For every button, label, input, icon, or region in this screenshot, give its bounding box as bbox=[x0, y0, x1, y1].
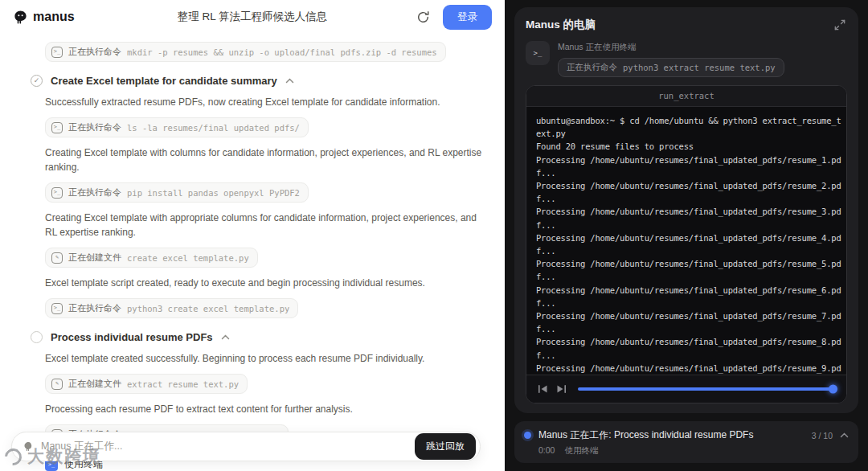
task-status-text: Manus 正在工作: Process individual resume PD… bbox=[538, 428, 805, 442]
terminal-icon: >_ bbox=[51, 303, 63, 314]
chip-label: 正在执行命令 bbox=[68, 302, 121, 314]
terminal-line: f... bbox=[536, 349, 840, 362]
step-title: Create Excel template for candidate summ… bbox=[51, 75, 277, 87]
terminal-line: ubuntu@sandbox:~ $ cd /home/ubuntu && py… bbox=[536, 114, 840, 127]
step-pending-icon bbox=[31, 331, 43, 343]
manus-icon bbox=[23, 440, 35, 453]
computer-status-text: Manus 正在使用终端 bbox=[558, 42, 784, 53]
task-substatus-row: 0:00 使用终端 bbox=[538, 445, 849, 457]
step-description: Excel template script created, ready to … bbox=[45, 276, 483, 290]
terminal-line: f... bbox=[536, 219, 840, 231]
step-header-create-excel[interactable]: ✓ Create Excel template for candidate su… bbox=[31, 75, 485, 87]
manus-logo[interactable]: manus bbox=[13, 10, 75, 25]
task-status-card[interactable]: Manus 正在工作: Process individual resume PD… bbox=[514, 421, 858, 463]
terminal-line: Processing /home/ubuntu/resumes/final_up… bbox=[536, 257, 840, 270]
chip-label: 正在执行命令 bbox=[68, 186, 121, 199]
terminal-window: run_extract ubuntu@sandbox:~ $ cd /home/… bbox=[526, 85, 847, 403]
step-description: Creating Excel template with columns for… bbox=[45, 145, 483, 174]
terminal-line: Processing /home/ubuntu/resumes/final_up… bbox=[536, 284, 840, 297]
terminal-title: run_extract bbox=[526, 86, 846, 107]
manus-logo-icon bbox=[13, 10, 28, 25]
terminal-output[interactable]: ubuntu@sandbox:~ $ cd /home/ubuntu && py… bbox=[526, 107, 846, 375]
header-actions: 登录 bbox=[415, 5, 492, 30]
computer-view-panel: Manus 的电脑 >_ Manus 正在使用终端 正在执行命令 python3… bbox=[505, 0, 868, 471]
manus-logo-text: manus bbox=[33, 10, 75, 24]
playback-slider[interactable] bbox=[578, 387, 837, 391]
command-chip[interactable]: >_ 正在执行命令 mkdir -p resumes && unzip -o u… bbox=[45, 42, 446, 62]
task-progress: 3 / 10 bbox=[812, 431, 833, 440]
terminal-line: ext.py bbox=[536, 127, 840, 140]
chip-label: 正在执行命令 bbox=[68, 46, 121, 58]
playback-slider-handle[interactable] bbox=[829, 385, 837, 394]
chip-label: 正在执行命令 bbox=[567, 62, 617, 73]
playback-controls bbox=[526, 375, 846, 403]
computer-status-row: >_ Manus 正在使用终端 正在执行命令 python3 extract_r… bbox=[526, 41, 847, 77]
terminal-line: Processing /home/ubuntu/resumes/final_up… bbox=[536, 231, 840, 244]
computer-title: Manus 的电脑 bbox=[526, 18, 596, 32]
app-window: manus 整理 RL 算法工程师候选人信息 登录 >_ 正在执行命令 mkdi… bbox=[0, 0, 868, 471]
file-chip[interactable]: ✎ 正在创建文件 create_excel_template.py bbox=[45, 248, 258, 268]
chip-command: ls -la resumes/final_updated_pdfs/ bbox=[127, 123, 300, 133]
manus-computer-card: Manus 的电脑 >_ Manus 正在使用终端 正在执行命令 python3… bbox=[514, 7, 858, 413]
terminal-line: f... bbox=[536, 322, 840, 335]
computer-status-texts: Manus 正在使用终端 正在执行命令 python3 extract_resu… bbox=[558, 41, 784, 77]
terminal-line: Processing /home/ubuntu/resumes/final_up… bbox=[536, 154, 840, 166]
terminal-line: f... bbox=[536, 166, 840, 179]
working-status-dot bbox=[524, 432, 531, 439]
terminal-line: f... bbox=[536, 270, 840, 283]
task-steps: >_ 正在执行命令 mkdir -p resumes && unzip -o u… bbox=[0, 34, 505, 471]
collapse-panel-icon[interactable] bbox=[833, 18, 847, 32]
terminal-line: f... bbox=[536, 192, 840, 205]
step-done-icon: ✓ bbox=[31, 75, 43, 87]
terminal-icon: >_ bbox=[51, 47, 63, 58]
chip-command: python3 extract_resume_text.py bbox=[623, 63, 776, 72]
chevron-up-icon[interactable] bbox=[840, 432, 849, 438]
step-description: Excel template created successfully. Beg… bbox=[45, 351, 483, 366]
skip-to-start-button[interactable] bbox=[536, 383, 550, 395]
step-title: Process individual resume PDFs bbox=[51, 331, 213, 343]
chip-label: 正在执行命令 bbox=[68, 121, 121, 133]
chevron-up-icon bbox=[285, 78, 294, 84]
file-chip[interactable]: ✎ 正在创建文件 extract_resume_text.py bbox=[45, 374, 248, 394]
chip-filename: extract_resume_text.py bbox=[127, 379, 239, 389]
app-header: manus 整理 RL 算法工程师候选人信息 登录 bbox=[0, 0, 505, 34]
terminal-line: f... bbox=[536, 297, 840, 309]
step-description: Successfully extracted resume PDFs, now … bbox=[45, 95, 483, 109]
terminal-icon: >_ bbox=[51, 122, 63, 133]
replay-icon[interactable] bbox=[415, 9, 432, 26]
terminal-line: Processing /home/ubuntu/resumes/final_up… bbox=[536, 205, 840, 218]
conversation-panel: manus 整理 RL 算法工程师候选人信息 登录 >_ 正在执行命令 mkdi… bbox=[0, 0, 505, 471]
task-elapsed-time: 0:00 bbox=[538, 445, 555, 457]
terminal-icon: >_ bbox=[51, 187, 63, 199]
terminal-icon: >_ bbox=[526, 41, 550, 65]
chip-label: 正在创建文件 bbox=[68, 252, 121, 264]
file-edit-icon: ✎ bbox=[51, 379, 63, 390]
chat-input-bar[interactable]: Manus 正在工作... 跳过回放 bbox=[11, 432, 481, 461]
skip-to-end-button[interactable] bbox=[555, 383, 568, 395]
terminal-line: f... bbox=[536, 244, 840, 257]
step-description: Creating Excel template with appropriate… bbox=[45, 211, 483, 240]
command-chip[interactable]: >_ 正在执行命令 ls -la resumes/final_updated_p… bbox=[45, 117, 309, 137]
task-tool-label: 使用终端 bbox=[564, 445, 598, 457]
terminal-line: Processing /home/ubuntu/resumes/final_up… bbox=[536, 179, 840, 192]
command-chip[interactable]: >_ 正在执行命令 python3 create_excel_template.… bbox=[45, 298, 298, 318]
chat-status-text: Manus 正在工作... bbox=[41, 440, 408, 453]
login-button[interactable]: 登录 bbox=[443, 5, 492, 30]
step-header-process-pdfs[interactable]: Process individual resume PDFs bbox=[31, 331, 485, 343]
chip-command: pip install pandas openpyxl PyPDF2 bbox=[127, 188, 300, 198]
chip-command: mkdir -p resumes && unzip -o upload/fina… bbox=[127, 47, 437, 57]
chip-filename: create_excel_template.py bbox=[127, 253, 249, 263]
computer-card-header: Manus 的电脑 bbox=[526, 18, 847, 32]
command-chip[interactable]: >_ 正在执行命令 pip install pandas openpyxl Py… bbox=[45, 182, 309, 203]
step-description: Processing each resume PDF to extract te… bbox=[45, 402, 483, 416]
task-status-row: Manus 正在工作: Process individual resume PD… bbox=[524, 428, 849, 442]
skip-replay-button[interactable]: 跳过回放 bbox=[415, 433, 476, 460]
terminal-line: Processing /home/ubuntu/resumes/final_up… bbox=[536, 362, 840, 375]
chevron-up-icon bbox=[221, 334, 230, 340]
file-edit-icon: ✎ bbox=[51, 252, 63, 264]
terminal-line: Processing /home/ubuntu/resumes/final_up… bbox=[536, 335, 840, 348]
chip-label: 正在创建文件 bbox=[68, 378, 121, 390]
chip-command: python3 create_excel_template.py bbox=[127, 304, 289, 313]
current-command-chip[interactable]: 正在执行命令 python3 extract_resume_text.py bbox=[558, 58, 784, 77]
terminal-line: Processing /home/ubuntu/resumes/final_up… bbox=[536, 309, 840, 322]
